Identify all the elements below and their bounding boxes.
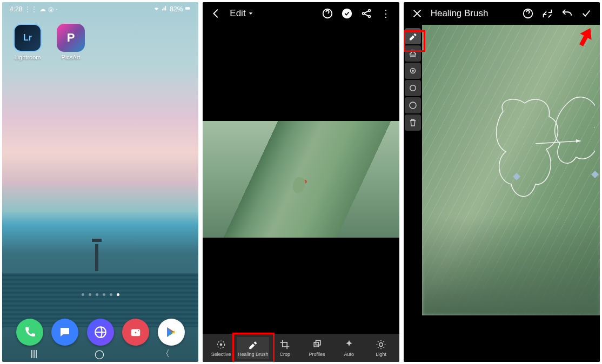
svg-point-3: [64, 331, 66, 332]
highlight-healing-tool: [232, 333, 275, 362]
help-button[interactable]: [322, 8, 333, 19]
svg-point-4: [66, 331, 68, 332]
highlight-apply-arrow: [578, 26, 593, 48]
healing-side-tools: [404, 25, 422, 315]
status-dots-icon: ⋮⋮: [24, 5, 37, 13]
bottom-strip: [404, 315, 600, 362]
svg-point-22: [410, 85, 416, 91]
svg-point-12: [368, 10, 370, 12]
heal-selection-outline: [487, 90, 595, 235]
highlight-heal-side-tool: [404, 30, 425, 52]
lightroom-edit-screen: Edit ⋮ Selective Healing Brush Crop: [203, 2, 399, 362]
svg-point-18: [379, 342, 383, 346]
heal-source-marker[interactable]: [513, 173, 520, 180]
svg-point-2: [62, 331, 64, 332]
status-instagram-icon: ◎: [48, 5, 53, 13]
picsart-icon: P: [57, 24, 85, 52]
status-wifi-icon: [153, 5, 159, 13]
svg-point-8: [138, 330, 139, 331]
tool-auto[interactable]: Auto: [333, 337, 365, 359]
status-more-icon: ·: [56, 5, 57, 13]
svg-point-10: [342, 9, 351, 18]
healing-brush-screen: Healing Brush: [404, 2, 600, 362]
chevron-down-icon: [248, 11, 253, 16]
share-button[interactable]: [360, 8, 372, 19]
healing-title: Healing Brush: [431, 8, 489, 19]
back-button[interactable]: [210, 8, 222, 19]
confirm-button[interactable]: [341, 8, 353, 19]
healing-body: [404, 25, 600, 315]
photo-leaf-frog: [203, 121, 399, 238]
side-tool-delete[interactable]: [405, 114, 421, 131]
dock-messages[interactable]: [51, 319, 78, 346]
svg-rect-1: [190, 8, 190, 9]
app-lightroom[interactable]: Lr Lightroom: [12, 24, 43, 60]
fullscreen-button[interactable]: [541, 8, 553, 19]
svg-line-24: [536, 141, 579, 144]
status-signal-icon: [162, 5, 168, 13]
status-bar: 4:28 ⋮⋮ ☁ ◎ · 82%: [2, 2, 198, 16]
page-indicator[interactable]: [82, 293, 119, 296]
status-battery: 82%: [170, 5, 183, 13]
svg-rect-0: [185, 7, 190, 10]
photo-canvas[interactable]: [203, 25, 399, 334]
dock: [2, 319, 198, 346]
overflow-button[interactable]: ⋮: [380, 8, 392, 19]
status-cloud-icon: ☁: [39, 5, 46, 13]
nav-recent[interactable]: |||: [31, 349, 37, 359]
home-apps-row: Lr Lightroom P PicsArt: [2, 16, 198, 68]
healing-canvas[interactable]: [422, 25, 600, 315]
close-button[interactable]: [411, 8, 423, 19]
status-battery-icon: [185, 5, 191, 13]
nav-back[interactable]: 〈: [161, 348, 170, 360]
svg-point-7: [135, 332, 137, 334]
dock-playstore[interactable]: [158, 319, 185, 346]
android-navbar: ||| ◯ 〈: [2, 346, 198, 362]
photo-blur: [422, 217, 600, 315]
tool-profiles[interactable]: Profiles: [301, 337, 333, 359]
side-tool-feather[interactable]: [405, 63, 421, 79]
svg-point-21: [412, 70, 413, 71]
wallpaper-lighthouse: [95, 244, 98, 271]
edit-topbar: Edit ⋮: [203, 2, 399, 25]
edit-title[interactable]: Edit: [230, 8, 253, 19]
dock-camera[interactable]: [122, 319, 149, 346]
status-time: 4:28: [10, 5, 22, 13]
home-screen: 4:28 ⋮⋮ ☁ ◎ · 82% Lr Lightroom P PicsArt: [2, 2, 198, 362]
app-picsart[interactable]: P PicsArt: [55, 24, 86, 60]
dock-browser[interactable]: [87, 319, 114, 346]
frog-subject: [291, 176, 307, 194]
svg-point-15: [220, 343, 222, 345]
dock-phone[interactable]: [16, 319, 43, 346]
svg-point-23: [410, 102, 416, 109]
side-tool-opacity[interactable]: [405, 80, 421, 96]
svg-point-11: [362, 12, 364, 15]
svg-point-13: [368, 16, 370, 18]
app-label: Lightroom: [15, 54, 41, 60]
tool-light[interactable]: Light: [365, 337, 397, 359]
side-tool-size[interactable]: [405, 97, 421, 113]
lightroom-icon: Lr: [14, 24, 42, 52]
app-label: PicsArt: [62, 54, 81, 60]
healing-topbar: Healing Brush: [404, 2, 600, 25]
apply-checkmark[interactable]: [580, 8, 592, 19]
help-button[interactable]: [522, 8, 534, 19]
undo-button[interactable]: [561, 8, 573, 19]
heal-target-marker[interactable]: [591, 171, 599, 178]
nav-home[interactable]: ◯: [95, 349, 104, 359]
